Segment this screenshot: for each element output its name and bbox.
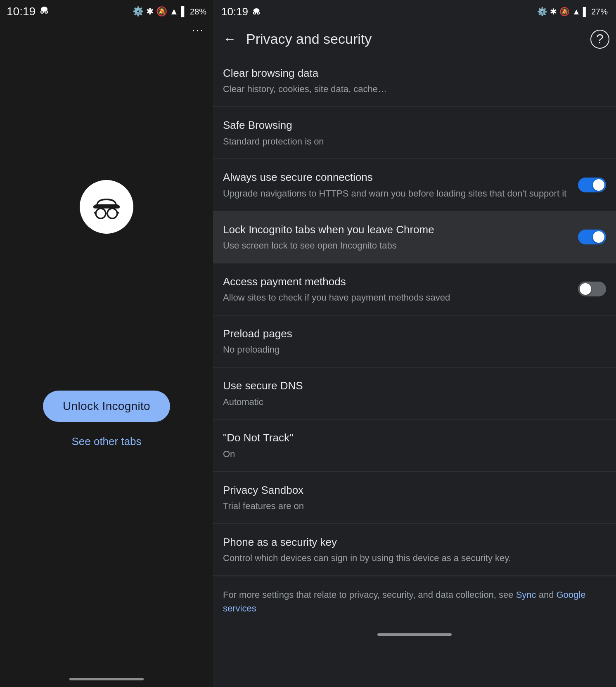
settings-item-use-secure-dns[interactable]: Use secure DNSAutomatic [213, 367, 616, 419]
network-icon-right: ⚙️ [537, 7, 547, 17]
settings-item-text-privacy-sandbox: Privacy SandboxTrial features are on [223, 483, 606, 513]
network-icon-left: ⚙️ [133, 6, 144, 17]
mute-icon-right: 🔕 [559, 7, 570, 17]
top-bar: ← Privacy and security ? [213, 23, 616, 55]
time-display-right: 10:19 [221, 5, 248, 18]
toggle-knob-lock-incognito [593, 231, 604, 243]
signal-icon-left: ▌ [181, 6, 187, 17]
see-other-tabs-link[interactable]: See other tabs [71, 435, 141, 448]
settings-item-title-clear-browsing-data: Clear browsing data [223, 66, 599, 81]
bluetooth-icon-right: ✱ [550, 7, 557, 17]
wifi-icon-left: ▲ [170, 6, 179, 17]
settings-item-title-lock-incognito: Lock Incognito tabs when you leave Chrom… [223, 222, 571, 237]
home-indicator-right [213, 627, 616, 641]
settings-item-title-safe-browsing: Safe Browsing [223, 118, 599, 133]
settings-item-lock-incognito[interactable]: Lock Incognito tabs when you leave Chrom… [213, 211, 616, 263]
battery-left: 28% [190, 7, 206, 17]
privacy-security-settings: 10:19 ⚙️ ✱ 🔕 ▲ ▌ 27% ← Privacy a [213, 0, 616, 687]
time-display-left: 10:19 [7, 5, 36, 18]
svg-point-17 [254, 12, 256, 14]
settings-item-always-secure[interactable]: Always use secure connectionsUpgrade nav… [213, 159, 616, 211]
home-indicator-left [69, 678, 144, 680]
toggle-slider-access-payment [578, 282, 606, 296]
mute-icon-left: 🔕 [156, 6, 167, 17]
settings-item-text-use-secure-dns: Use secure DNSAutomatic [223, 378, 606, 408]
settings-item-subtitle-use-secure-dns: Automatic [223, 396, 599, 409]
settings-item-preload-pages[interactable]: Preload pagesNo preloading [213, 315, 616, 367]
svg-rect-7 [93, 205, 120, 208]
settings-item-title-do-not-track: "Do Not Track" [223, 430, 599, 445]
settings-item-subtitle-preload-pages: No preloading [223, 344, 599, 356]
settings-item-text-phone-security-key: Phone as a security keyControl which dev… [223, 535, 606, 565]
settings-item-subtitle-do-not-track: On [223, 448, 599, 461]
incognito-lock-screen: 10:19 ⚙️ ✱ 🔕 ▲ ▌ 28% ⋮ [0, 0, 213, 687]
bluetooth-icon-left: ✱ [146, 6, 154, 17]
settings-item-safe-browsing[interactable]: Safe BrowsingStandard protection is on [213, 107, 616, 159]
footer-middle: and [536, 590, 557, 600]
status-icons-right: ⚙️ ✱ 🔕 ▲ ▌ 27% [537, 7, 608, 17]
svg-point-9 [107, 208, 117, 218]
settings-item-title-always-secure: Always use secure connections [223, 170, 571, 185]
settings-item-do-not-track[interactable]: "Do Not Track"On [213, 419, 616, 471]
footer-text: For more settings that relate to privacy… [213, 576, 616, 627]
settings-item-text-lock-incognito: Lock Incognito tabs when you leave Chrom… [223, 222, 578, 252]
svg-point-18 [258, 12, 259, 14]
settings-item-clear-browsing-data[interactable]: Clear browsing dataClear history, cookie… [213, 55, 616, 107]
settings-item-subtitle-clear-browsing-data: Clear history, cookies, site data, cache… [223, 83, 599, 96]
sync-link[interactable]: Sync [516, 590, 536, 600]
toggle-access-payment[interactable] [578, 282, 606, 296]
toggle-slider-lock-incognito [578, 230, 606, 244]
settings-item-title-use-secure-dns: Use secure DNS [223, 378, 599, 393]
signal-icon-right: ▌ [583, 7, 589, 17]
status-icons-left: ⚙️ ✱ 🔕 ▲ ▌ 28% [133, 6, 206, 17]
svg-point-8 [96, 208, 106, 218]
footer-prefix: For more settings that relate to privacy… [223, 590, 516, 600]
settings-item-subtitle-privacy-sandbox: Trial features are on [223, 500, 599, 513]
svg-rect-1 [41, 9, 47, 10]
settings-item-text-access-payment: Access payment methodsAllow sites to che… [223, 274, 578, 304]
status-bar-left: 10:19 ⚙️ ✱ 🔕 ▲ ▌ 28% [0, 0, 213, 23]
time-left: 10:19 [7, 5, 50, 18]
settings-item-phone-security-key[interactable]: Phone as a security keyControl which dev… [213, 524, 616, 576]
page-title: Privacy and security [246, 31, 584, 47]
settings-item-text-always-secure: Always use secure connectionsUpgrade nav… [223, 170, 578, 200]
settings-item-subtitle-always-secure: Upgrade navigations to HTTPS and warn yo… [223, 187, 571, 200]
back-button[interactable]: ← [220, 28, 239, 50]
settings-item-text-preload-pages: Preload pagesNo preloading [223, 326, 606, 356]
settings-item-title-preload-pages: Preload pages [223, 326, 599, 341]
settings-list: Clear browsing dataClear history, cookie… [213, 55, 616, 687]
toggle-always-secure[interactable] [578, 178, 606, 192]
toggle-knob-always-secure [593, 179, 604, 191]
settings-item-title-privacy-sandbox: Privacy Sandbox [223, 483, 599, 497]
status-bar-right: 10:19 ⚙️ ✱ 🔕 ▲ ▌ 27% [213, 0, 616, 23]
settings-item-subtitle-access-payment: Allow sites to check if you have payment… [223, 291, 571, 304]
svg-line-12 [117, 213, 119, 213]
settings-item-subtitle-safe-browsing: Standard protection is on [223, 135, 599, 148]
settings-item-title-phone-security-key: Phone as a security key [223, 535, 599, 550]
toggle-slider-always-secure [578, 178, 606, 192]
home-bar [377, 633, 452, 636]
three-dot-menu[interactable]: ⋮ [191, 25, 205, 35]
settings-item-privacy-sandbox[interactable]: Privacy SandboxTrial features are on [213, 472, 616, 524]
incognito-avatar [80, 180, 133, 234]
toggle-lock-incognito[interactable] [578, 230, 606, 244]
settings-item-subtitle-lock-incognito: Use screen lock to see open Incognito ta… [223, 239, 571, 252]
svg-rect-14 [254, 10, 259, 11]
time-right: 10:19 [221, 5, 261, 18]
settings-item-text-clear-browsing-data: Clear browsing dataClear history, cookie… [223, 66, 606, 96]
settings-item-subtitle-phone-security-key: Control which devices can sign in by usi… [223, 552, 599, 565]
incognito-status-icon [39, 6, 50, 17]
unlock-incognito-button[interactable]: Unlock Incognito [43, 391, 170, 422]
settings-item-text-safe-browsing: Safe BrowsingStandard protection is on [223, 118, 606, 148]
svg-line-11 [94, 213, 96, 213]
svg-point-5 [45, 11, 47, 13]
settings-item-access-payment[interactable]: Access payment methodsAllow sites to che… [213, 263, 616, 315]
settings-item-title-access-payment: Access payment methods [223, 274, 571, 289]
settings-item-text-do-not-track: "Do Not Track"On [223, 430, 606, 460]
battery-right: 27% [591, 7, 608, 17]
svg-point-4 [41, 11, 43, 13]
incognito-icon-svg [90, 190, 123, 223]
incognito-status-icon-right [251, 5, 261, 18]
toggle-knob-access-payment [580, 283, 591, 295]
help-button[interactable]: ? [590, 30, 609, 49]
